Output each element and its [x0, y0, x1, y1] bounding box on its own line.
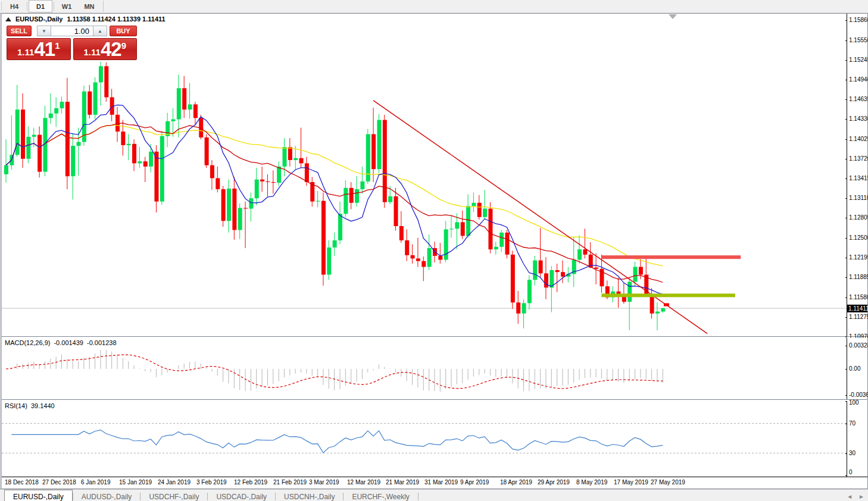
date-axis-tick: 21 Feb 2019 — [273, 479, 307, 486]
date-axis-tick: 27 Dec 2018 — [42, 479, 76, 486]
rsi-axis-tick: 70 — [849, 420, 855, 427]
price-chart[interactable]: EURUSD-,Daily 1.11358 1.11424 1.11339 1.… — [2, 14, 847, 336]
timeframe-button-d1[interactable]: D1 — [29, 0, 52, 12]
timeframe-button-h4[interactable]: H4 — [3, 0, 26, 12]
volume-decrease-button[interactable]: ▼ — [37, 26, 51, 36]
date-axis-tick: 29 Apr 2019 — [538, 479, 570, 486]
chart-shift-marker-icon[interactable] — [669, 14, 677, 19]
price-axis-tick: 1.11275 — [849, 314, 868, 320]
date-axis-tick: 17 May 2019 — [614, 479, 648, 486]
support-hline — [601, 293, 735, 297]
macd-axis[interactable]: 0.003280.00-0.00365 — [847, 338, 867, 399]
chart-ohlc-values: 1.11358 1.11424 1.11339 1.11411 — [67, 15, 165, 23]
date-axis-tick: 9 Apr 2019 — [460, 479, 489, 486]
date-axis-tick: 15 Jan 2019 — [119, 479, 152, 486]
date-axis-tick: 21 Mar 2019 — [386, 479, 419, 486]
rsi-chart[interactable]: RSI(14) 39.1440 — [2, 401, 847, 477]
tab-eurchf-weekly[interactable]: EURCHF-,Weekly — [344, 490, 417, 501]
descending-trendline — [373, 101, 707, 334]
tab-usdcnh-daily[interactable]: USDCNH-,Daily — [276, 490, 343, 501]
collapse-triangle-icon[interactable] — [5, 17, 11, 21]
date-axis-tick: 6 Jan 2019 — [81, 479, 111, 486]
buy-price-sup: 9 — [121, 41, 126, 50]
rsi-axis-tick: 0 — [849, 469, 853, 475]
tab-audusd-daily[interactable]: AUDUSD-,Daily — [73, 490, 140, 501]
chart-symbol-label: EURUSD-,Daily — [15, 15, 63, 23]
price-axis-tick: 1.14330 — [849, 115, 868, 122]
trading-terminal: H4D1W1MN EURUSD-,Daily 1.11358 1.11424 1… — [0, 0, 868, 501]
buy-price-button[interactable]: 1.11429 — [73, 38, 138, 60]
price-axis-tick: 1.14940 — [849, 76, 868, 83]
current-price-badge: 1.11411 — [847, 305, 867, 312]
timeframe-toolbar: H4D1W1MN — [0, 0, 868, 13]
macd-chart[interactable]: MACD(12,26,9) -0.001439 -0.001238 — [2, 338, 847, 399]
chart-tab-bar: EURUSD-,DailyAUDUSD-,DailyUSDCHF-,DailyU… — [0, 489, 868, 501]
rsi-axis[interactable]: 10070300 — [847, 401, 867, 477]
buy-button[interactable]: BUY — [110, 26, 137, 36]
sell-price-big: 41 — [34, 40, 55, 58]
tab-usdcad-daily[interactable]: USDCAD-,Daily — [208, 490, 275, 501]
sell-price-button[interactable]: 1.11411 — [7, 38, 71, 60]
date-axis-tick: 3 Mar 2019 — [309, 479, 339, 486]
date-axis-tick: 3 Feb 2019 — [196, 479, 227, 486]
date-axis-tick: 18 Apr 2019 — [500, 479, 532, 486]
price-axis-tick: 1.15860 — [849, 17, 868, 23]
rsi-label: RSI(14) 39.1440 — [5, 402, 55, 409]
price-axis-tick: 1.11580 — [849, 294, 868, 300]
timeframe-button-mn[interactable]: MN — [78, 0, 101, 12]
price-axis[interactable]: 1.158601.155501.152451.149401.146351.143… — [847, 14, 867, 336]
macd-chart-svg[interactable] — [2, 338, 847, 399]
price-axis-tick: 1.13720 — [849, 155, 868, 162]
date-axis-tick: 24 Jan 2019 — [158, 479, 191, 486]
macd-axis-tick: 0.00328 — [849, 342, 868, 349]
price-axis-tick: 1.14635 — [849, 96, 868, 102]
price-axis-tick: 1.15245 — [849, 57, 868, 63]
date-axis-tick: 18 Dec 2018 — [5, 479, 39, 486]
macd-axis-tick: -0.00365 — [849, 392, 868, 398]
tab-usdchf-daily[interactable]: USDCHF-,Daily — [140, 490, 207, 501]
one-click-trade-panel: SELL ▼ 1.00 ▲ BUY 1.11411 1.11429 — [7, 26, 137, 60]
timeframe-button-w1[interactable]: W1 — [55, 0, 78, 12]
sell-price-prefix: 1.11 — [17, 46, 34, 58]
buy-price-big: 42 — [101, 40, 121, 58]
date-axis-tick: 12 Mar 2019 — [347, 479, 380, 486]
price-panel: EURUSD-,Daily 1.11358 1.11424 1.11339 1.… — [2, 14, 867, 336]
price-axis-tick: 1.12805 — [849, 214, 868, 221]
sell-marker-icon — [664, 303, 669, 306]
volume-increase-button[interactable]: ▲ — [93, 26, 107, 36]
buy-price-prefix: 1.11 — [84, 46, 101, 58]
chart-window: EURUSD-,Daily 1.11358 1.11424 1.11339 1.… — [0, 13, 868, 489]
chart-title: EURUSD-,Daily 1.11358 1.11424 1.11339 1.… — [5, 15, 166, 23]
rsi-chart-svg[interactable] — [2, 401, 847, 477]
tab-scroll-left-icon[interactable]: ◄ — [847, 493, 853, 500]
price-axis-tick: 1.11885 — [849, 274, 868, 280]
macd-label: MACD(12,26,9) -0.001439 -0.001238 — [5, 339, 117, 346]
price-axis-tick: 1.13110 — [849, 195, 868, 201]
volume-input[interactable]: 1.00 — [51, 26, 93, 36]
macd-axis-tick: 0.00 — [849, 365, 860, 372]
date-axis-tick: 31 Mar 2019 — [424, 479, 458, 486]
price-axis-tick: 1.12500 — [849, 234, 868, 241]
sell-button[interactable]: SELL — [7, 26, 32, 36]
tab-eurusd-daily[interactable]: EURUSD-,Daily — [4, 490, 73, 501]
macd-panel: MACD(12,26,9) -0.001439 -0.001238 0.0032… — [2, 338, 867, 399]
rsi-panel: RSI(14) 39.1440 10070300 — [2, 401, 867, 477]
price-axis-tick: 1.12195 — [849, 254, 868, 261]
price-axis-tick: 1.14025 — [849, 136, 868, 142]
date-axis-tick: 12 Feb 2019 — [234, 479, 267, 486]
date-axis-tick: 27 May 2019 — [651, 479, 685, 486]
date-axis[interactable]: 18 Dec 201827 Dec 20186 Jan 201915 Jan 2… — [2, 477, 867, 489]
rsi-axis-tick: 100 — [849, 399, 859, 406]
price-axis-tick: 1.15550 — [849, 37, 868, 43]
rsi-axis-tick: 30 — [849, 450, 855, 456]
sell-price-sup: 1 — [55, 41, 60, 50]
candles — [4, 62, 665, 331]
tab-scroll-right-icon[interactable]: ► — [858, 493, 864, 500]
resistance-hline — [601, 255, 741, 259]
price-axis-tick: 1.13415 — [849, 175, 868, 181]
candlestick-chart-svg[interactable] — [2, 14, 847, 336]
date-axis-tick: 8 May 2019 — [576, 479, 607, 486]
